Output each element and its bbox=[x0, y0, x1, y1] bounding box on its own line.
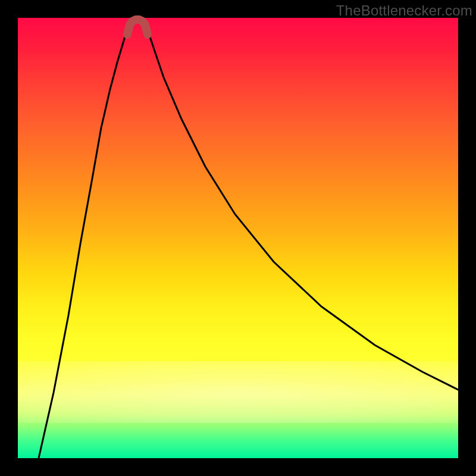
u-marker bbox=[127, 20, 148, 35]
chart-plot-area bbox=[18, 18, 458, 458]
chart-svg bbox=[18, 18, 458, 458]
watermark-text: TheBottlenecker.com bbox=[336, 2, 472, 19]
right-curve-line bbox=[144, 19, 458, 390]
left-curve-line bbox=[39, 19, 131, 458]
